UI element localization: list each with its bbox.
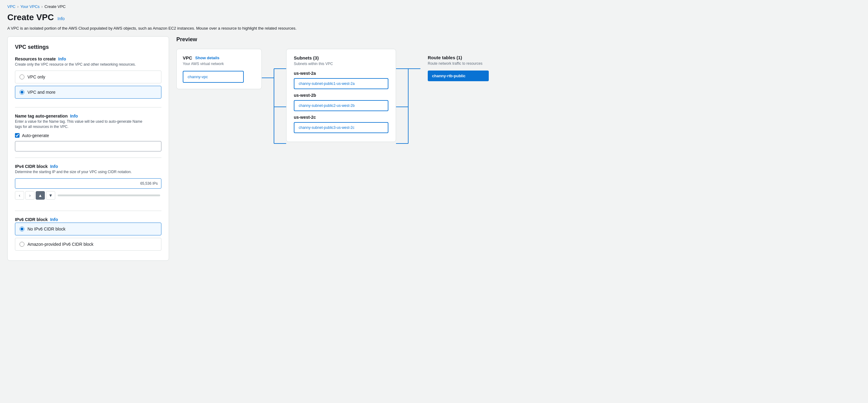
connector-svg-1 [262, 49, 286, 165]
amazon-ipv6-radio[interactable] [20, 242, 24, 247]
preview-panel: Preview VPC Show details Your AWS virtua… [169, 36, 861, 261]
name-tag-input[interactable]: channy [15, 141, 161, 151]
subnet-box-3: channy-subnet-public3-us-west-2c [294, 122, 389, 133]
ipv4-info-link[interactable]: Info [50, 164, 58, 169]
vpc-card-title: VPC Show details [183, 55, 255, 60]
preview-cards-container: VPC Show details Your AWS virtual networ… [176, 49, 861, 159]
ipv4-section: IPv4 CIDR block Info Determine the start… [15, 164, 161, 211]
vpc-resource-box: channy-vpc [183, 71, 244, 83]
connector-subnets-routes [396, 49, 421, 159]
resources-section: Resources to create Info Create only the… [15, 56, 161, 108]
subnet-box-2: channy-subnet-public2-us-west-2b [294, 100, 389, 111]
auto-generate-label: Auto-generate [22, 133, 49, 138]
cidr-input-row: 10.0.0.0/16 65,536 IPs [15, 178, 161, 189]
stepper-prev-btn[interactable]: ‹ [15, 191, 24, 200]
no-ipv6-radio[interactable] [20, 227, 24, 231]
vpc-preview-card: VPC Show details Your AWS virtual networ… [176, 49, 262, 89]
breadcrumb-your-vpcs[interactable]: Your VPCs [21, 4, 40, 9]
ipv6-info-link[interactable]: Info [50, 217, 58, 222]
auto-generate-checkbox[interactable] [15, 133, 20, 138]
name-tag-label: Name tag auto-generation Info [15, 114, 161, 118]
vpc-only-label: VPC only [27, 75, 45, 79]
preview-title: Preview [176, 36, 861, 43]
az-label-2: us-west-2b [294, 93, 389, 98]
breadcrumb-sep-2: › [41, 5, 43, 9]
vpc-and-more-option[interactable]: VPC and more [15, 86, 161, 98]
stepper-down-btn[interactable]: ▼ [46, 191, 55, 200]
stepper-next-btn[interactable]: › [25, 191, 34, 200]
page-description: A VPC is an isolated portion of the AWS … [0, 25, 868, 36]
subnet-box-1: channy-subnet-public1-us-west-2a [294, 78, 389, 89]
vpc-only-option[interactable]: VPC only [15, 70, 161, 83]
name-tag-info-link[interactable]: Info [70, 114, 78, 118]
page-info-link[interactable]: Info [58, 16, 65, 21]
stepper-up-btn[interactable]: ▲ [36, 191, 45, 200]
settings-panel-title: VPC settings [15, 44, 161, 50]
cidr-ip-count: 65,536 IPs [141, 181, 158, 185]
no-ipv6-label: No IPv6 CIDR block [27, 227, 65, 231]
auto-generate-row[interactable]: Auto-generate [15, 133, 161, 138]
connector-vpc-subnets [262, 49, 286, 159]
amazon-ipv6-option[interactable]: Amazon-provided IPv6 CIDR block [15, 238, 161, 251]
name-tag-section: Name tag auto-generation Info Enter a va… [15, 114, 161, 158]
amazon-ipv6-label: Amazon-provided IPv6 CIDR block [27, 242, 93, 247]
ipv4-hint: Determine the starting IP and the size o… [15, 169, 161, 175]
show-details-link[interactable]: Show details [195, 56, 219, 60]
resources-info-link[interactable]: Info [58, 56, 66, 61]
breadcrumb: VPC › Your VPCs › Create VPC [0, 0, 868, 11]
route-tables-card-subtitle: Route network traffic to resources [428, 61, 499, 66]
ipv4-label: IPv4 CIDR block Info [15, 164, 161, 169]
resources-hint: Create only the VPC resource or the VPC … [15, 62, 161, 67]
main-layout: VPC settings Resources to create Info Cr… [0, 36, 868, 261]
route-table-resource-box: channy-rtb-public [428, 70, 489, 81]
route-tables-preview-card: Route tables (1) Route network traffic t… [421, 49, 506, 87]
route-tables-card-title: Route tables (1) [428, 55, 499, 60]
stepper-track [58, 195, 160, 196]
resources-label: Resources to create Info [15, 56, 161, 61]
az-label-1: us-west-2a [294, 71, 389, 76]
az-label-3: us-west-2c [294, 115, 389, 120]
ipv6-section: IPv6 CIDR block Info No IPv6 CIDR block … [15, 217, 161, 251]
vpc-and-more-label: VPC and more [27, 90, 56, 95]
page-header: Create VPC Info [0, 11, 868, 25]
name-tag-hint: Enter a value for the Name tag. This val… [15, 119, 161, 129]
vpc-and-more-radio[interactable] [20, 90, 24, 95]
page-title: Create VPC [7, 12, 54, 22]
no-ipv6-option[interactable]: No IPv6 CIDR block [15, 223, 161, 235]
subnets-card-subtitle: Subnets within this VPC [294, 62, 389, 66]
subnets-card-title: Subnets (3) [294, 55, 389, 60]
breadcrumb-vpc[interactable]: VPC [7, 4, 16, 9]
connector-svg-2 [396, 49, 421, 165]
cidr-input[interactable]: 10.0.0.0/16 [15, 178, 161, 189]
vpc-card-subtitle: Your AWS virtual network [183, 62, 255, 66]
subnets-preview-card: Subnets (3) Subnets within this VPC us-w… [286, 49, 396, 142]
stepper-row: ‹ › ▲ ▼ [15, 191, 161, 200]
ipv6-label: IPv6 CIDR block Info [15, 217, 161, 222]
settings-panel: VPC settings Resources to create Info Cr… [7, 36, 169, 261]
breadcrumb-sep-1: › [18, 5, 19, 9]
breadcrumb-create-vpc: Create VPC [44, 4, 66, 9]
vpc-only-radio[interactable] [20, 75, 24, 79]
